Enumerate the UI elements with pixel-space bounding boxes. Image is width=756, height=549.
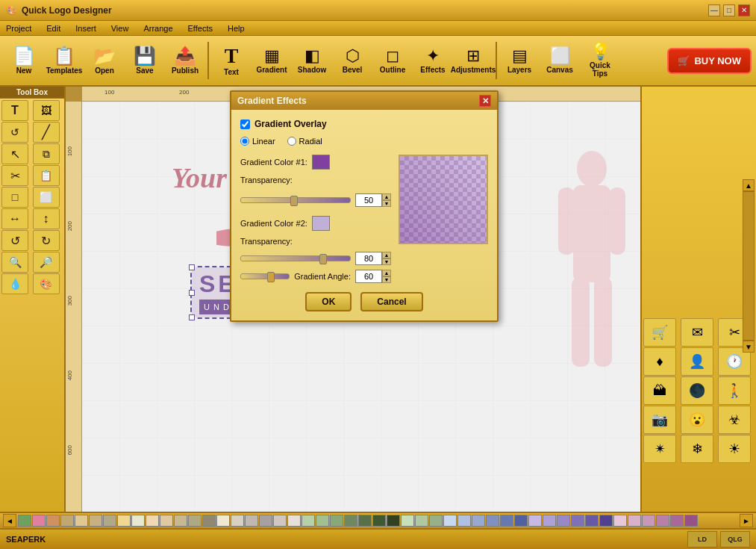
color-swatch[interactable] [160,515,173,527]
image-tool[interactable]: 🖼 [33,100,60,121]
angle-slider-track[interactable] [240,273,290,279]
rotate-tool[interactable]: ↺ [1,122,28,143]
panel-icon-snowflake[interactable]: ❄ [681,435,713,463]
save-button[interactable]: 💾 Save [125,39,164,82]
panel-icon-email[interactable]: ✉ [681,318,713,347]
color-swatch[interactable] [46,515,60,527]
adjustments-button[interactable]: ⊞ Adjustments [454,39,493,82]
palette-right-arrow[interactable]: ► [740,514,753,527]
panel-icon-diamond[interactable]: ♦ [643,347,676,376]
palette-left-arrow[interactable]: ◄ [3,514,16,527]
copy-tool[interactable]: 📋 [33,165,60,186]
color-swatch[interactable] [557,515,570,527]
angle-input[interactable] [355,270,382,283]
color-swatch[interactable] [117,515,131,527]
publish-button[interactable]: 📤 Publish [166,39,204,82]
angle-slider-thumb[interactable] [267,272,275,282]
minimize-button[interactable]: — [708,4,720,16]
color-swatch[interactable] [89,515,102,527]
bevel-button[interactable]: ⬡ Bevel [333,39,372,82]
scroll-up-button[interactable]: ▲ [743,179,755,191]
radial-radio[interactable] [287,137,296,146]
close-button[interactable]: ✕ [738,4,750,16]
gradient-overlay-checkbox[interactable] [240,120,250,129]
menu-project[interactable]: Project [3,23,34,34]
group-tool[interactable]: ⧉ [33,143,60,164]
color-swatch[interactable] [684,515,698,527]
buy-now-button[interactable]: 🛒 BUY NOW [667,48,752,74]
color-swatch[interactable] [528,515,542,527]
color-swatch[interactable] [543,515,556,527]
layers-button[interactable]: ▤ Layers [500,39,539,82]
color-swatch[interactable] [344,515,357,527]
text-draw-tool[interactable]: T [1,100,28,121]
color1-swatch[interactable] [312,155,330,170]
dialog-close-button[interactable]: ✕ [479,95,491,107]
color-swatch[interactable] [330,515,343,527]
color-swatch[interactable] [216,515,230,527]
color2-swatch[interactable] [312,216,330,231]
color-swatch[interactable] [415,515,428,527]
open-button[interactable]: 📂 Open [85,39,124,82]
scroll-track[interactable] [743,191,755,341]
redo-tool[interactable]: ↻ [33,230,60,251]
panel-icon-cart[interactable]: 🛒 [643,318,676,347]
new-button[interactable]: 📄 New [4,39,43,82]
color-swatch[interactable] [486,515,499,527]
menu-help[interactable]: Help [225,23,248,34]
ok-button[interactable]: OK [305,292,352,311]
color-swatch[interactable] [571,515,584,527]
angle-spin-up[interactable]: ▲ [382,270,391,276]
color-swatch[interactable] [372,515,386,527]
color-swatch[interactable] [287,515,301,527]
color-swatch[interactable] [656,515,669,527]
trans2-slider-track[interactable] [240,255,351,261]
menu-arrange[interactable]: Arrange [140,23,175,34]
color-swatch[interactable] [75,515,88,527]
menu-insert[interactable]: Insert [72,23,99,34]
color-swatch[interactable] [613,515,627,527]
color-swatch[interactable] [103,515,116,527]
zoom-out-tool[interactable]: 🔎 [33,252,60,273]
gradient-effects-dialog[interactable]: Gradient Effects ✕ Gradient Overlay Line… [230,90,499,322]
text-button[interactable]: T Text [212,39,251,82]
color-swatch[interactable] [401,515,414,527]
trans2-spin-down[interactable]: ▼ [382,258,391,265]
color-swatch[interactable] [202,515,216,527]
color-swatch[interactable] [131,515,145,527]
canvas-button[interactable]: ⬜ Canvas [540,39,579,82]
color-swatch[interactable] [429,515,443,527]
outline-button[interactable]: ◻ Outline [373,39,412,82]
menu-effects[interactable]: Effects [185,23,216,34]
color-swatch[interactable] [599,515,613,527]
handle-bl[interactable] [189,314,195,320]
effects-button[interactable]: ✦ Effects [413,39,452,82]
cancel-button[interactable]: Cancel [360,292,422,311]
trans1-slider-thumb[interactable] [290,196,298,206]
trans1-spin-up[interactable]: ▲ [382,193,391,200]
color-swatch[interactable] [585,515,599,527]
trans1-spin-down[interactable]: ▼ [382,200,391,207]
gradient-button[interactable]: ▦ Gradient [252,39,291,82]
panel-icon-biohazard[interactable]: ☣ [718,406,751,434]
color-swatch[interactable] [32,515,46,527]
flip-v-tool[interactable]: ↕ [33,208,60,229]
trans1-input[interactable] [355,193,382,207]
color-palette-tool[interactable]: 🎨 [33,273,60,294]
handle-tl[interactable] [189,264,195,270]
cut-tool[interactable]: ✂ [1,165,28,186]
pointer-tool[interactable]: ↖ [1,143,28,164]
color-swatch[interactable] [302,515,315,527]
color-swatch[interactable] [18,515,31,527]
color-swatch[interactable] [514,515,528,527]
color-swatch[interactable] [174,515,187,527]
color-swatch[interactable] [146,515,159,527]
color-dropper-tool[interactable]: 💧 [1,273,28,294]
color-swatch[interactable] [245,515,258,527]
color-swatch[interactable] [642,515,655,527]
panel-icon-mountain[interactable]: 🏔 [643,376,676,405]
color-swatch[interactable] [259,515,272,527]
color-swatch[interactable] [231,515,244,527]
zoom-in-tool[interactable]: 🔍 [1,252,28,273]
maximize-button[interactable]: □ [723,4,735,16]
